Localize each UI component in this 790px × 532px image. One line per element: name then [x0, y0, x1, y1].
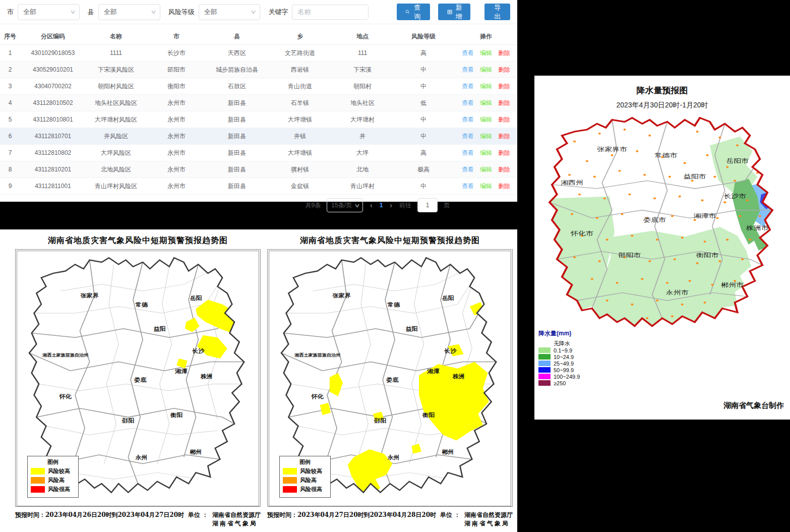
trend-map-2-title: 湖南省地质灾害气象风险中短期预警预报趋势图	[267, 235, 513, 246]
edit-link[interactable]: 编辑	[480, 83, 492, 90]
risk-zone-admin-panel: 市 全部 v 县 全部 v 风险等级 全部 v 关键字 查询 ⊞ 新增	[0, 0, 517, 202]
edit-link[interactable]: 编辑	[480, 116, 492, 123]
chevron-down-icon: v	[252, 9, 256, 15]
delete-link[interactable]: 删除	[498, 133, 510, 140]
svg-text:益阳: 益阳	[406, 326, 418, 332]
edit-link[interactable]: 编辑	[480, 99, 492, 106]
current-page[interactable]: 1	[380, 202, 383, 209]
view-link[interactable]: 查看	[462, 66, 474, 73]
delete-link[interactable]: 删除	[498, 66, 510, 73]
svg-text:衡阳: 衡阳	[422, 412, 435, 418]
city-filter-value: 全部	[23, 8, 36, 17]
goto-unit: 页	[444, 201, 450, 210]
table-row[interactable]: 343040700202朝阳村风险区衡阳市石鼓区青山街道朝阳村中查看编辑删除	[0, 78, 517, 95]
view-link[interactable]: 查看	[462, 166, 474, 173]
delete-link[interactable]: 删除	[498, 183, 510, 190]
rain-forecast-panel: 降水量预报图 2023年4月30日20时-1月20时 张家界市常德市岳阳市湘西州…	[534, 76, 790, 420]
legend-swatch	[283, 486, 297, 493]
svg-text:张家界市: 张家界市	[597, 146, 627, 152]
edit-link[interactable]: 编辑	[480, 66, 492, 73]
goto-label: 前往	[399, 201, 411, 210]
svg-text:岳阳: 岳阳	[190, 294, 202, 301]
svg-text:长沙市: 长沙市	[723, 193, 746, 200]
next-page-button[interactable]: ›	[389, 201, 393, 209]
table-row[interactable]: 4431128010502地头社区风险区永州市新田县石羊镇地头社区低查看编辑删除	[0, 95, 517, 111]
svg-text:湘西土家族苗族自治州: 湘西土家族苗族自治州	[42, 352, 88, 358]
legend-label: 无降水	[554, 340, 570, 347]
city-filter-select[interactable]: 全部 v	[18, 4, 80, 20]
chevron-down-icon: v	[355, 203, 359, 208]
goto-page-input[interactable]	[417, 198, 438, 212]
table-row[interactable]: 943112811001青山坪村风险区永州市新田县金盆镇青山坪村中查看编辑删除	[0, 178, 517, 195]
view-link[interactable]: 查看	[462, 49, 474, 56]
legend-swatch	[538, 367, 551, 373]
table-row[interactable]: 2430529010201下宋溪风险区邵阳市城步苗族自治县西岩镇下宋溪中查看编辑…	[0, 62, 517, 78]
table-body: 143010290180531111长沙市天西区文艺路街道111高查看编辑删除2…	[0, 45, 517, 195]
delete-link[interactable]: 删除	[498, 166, 510, 173]
legend-swatch	[31, 468, 45, 475]
query-button[interactable]: 查询	[397, 4, 430, 20]
svg-text:邵阳: 邵阳	[374, 418, 386, 424]
column-header: 分区编码	[20, 28, 86, 45]
county-filter-select[interactable]: 全部 v	[98, 4, 160, 20]
table-row[interactable]: 843112810201北地风险区永州市新田县骥村镇北地极高查看编辑删除	[0, 161, 517, 178]
legend-label: 50~99.9	[554, 367, 574, 373]
svg-text:湘潭: 湘潭	[427, 368, 440, 374]
view-link[interactable]: 查看	[462, 83, 474, 90]
prev-page-button[interactable]: ‹	[369, 201, 374, 209]
column-header: 乡	[267, 28, 333, 45]
trend-legend: 图例风险较高风险高风险很高	[279, 456, 331, 498]
svg-text:娄底: 娄底	[134, 377, 147, 383]
column-header: 风险等级	[392, 28, 455, 45]
delete-link[interactable]: 删除	[498, 99, 510, 106]
view-link[interactable]: 查看	[462, 116, 474, 123]
unit-line2-1: 湖南省气象局	[212, 520, 258, 527]
delete-link[interactable]: 删除	[498, 116, 510, 123]
table-row[interactable]: 743112810802大坪风险区永州市新田县大坪塘镇大坪高查看编辑删除	[0, 145, 517, 161]
view-link[interactable]: 查看	[462, 99, 474, 106]
edit-link[interactable]: 编辑	[480, 133, 492, 140]
table-row[interactable]: 643112810701井风险区永州市新田县井镇井中查看编辑删除	[0, 128, 517, 145]
rain-map-subtitle: 2023年4月30日20时-1月20时	[534, 101, 790, 110]
svg-text:株洲市: 株洲市	[746, 224, 769, 231]
svg-text:湘潭: 湘潭	[175, 368, 188, 374]
legend-swatch	[283, 468, 297, 475]
legend-label: 25~49.9	[554, 361, 574, 367]
legend-swatch	[538, 374, 551, 379]
city-filter-label: 市	[7, 8, 14, 17]
svg-text:怀化市: 怀化市	[570, 230, 593, 237]
legend-label: 风险很高	[48, 486, 70, 493]
edit-link[interactable]: 编辑	[480, 183, 492, 190]
legend-swatch	[538, 361, 551, 366]
svg-text:湘西州: 湘西州	[561, 180, 583, 186]
legend-swatch	[538, 380, 551, 386]
svg-text:张家界: 张家界	[333, 292, 351, 299]
legend-swatch	[31, 477, 45, 484]
column-header: 名称	[86, 28, 146, 45]
export-button[interactable]: 导出	[484, 4, 510, 20]
delete-link[interactable]: 删除	[498, 49, 510, 56]
table-row[interactable]: 5431128010801大坪塘村风险区永州市新田县大坪塘镇大坪塘村中查看编辑删…	[0, 111, 517, 128]
view-link[interactable]: 查看	[462, 133, 474, 140]
legend-label: 10~24.9	[554, 354, 574, 360]
delete-link[interactable]: 删除	[498, 83, 510, 90]
keyword-input[interactable]	[292, 5, 369, 20]
view-link[interactable]: 查看	[462, 183, 474, 190]
rain-legend: 降水量(mm) 无降水0.1~9.910~24.925~49.950~99.91…	[538, 329, 580, 386]
add-button[interactable]: ⊞ 新增	[438, 4, 470, 20]
table-row[interactable]: 143010290180531111长沙市天西区文艺路街道111高查看编辑删除	[0, 45, 517, 62]
rain-legend-title: 降水量(mm)	[538, 329, 580, 338]
delete-link[interactable]: 删除	[498, 149, 510, 156]
edit-link[interactable]: 编辑	[480, 49, 492, 56]
rain-map-credit: 湖南省气象台制作	[723, 401, 784, 410]
risk-filter-select[interactable]: 全部 v	[199, 4, 261, 20]
svg-text:娄底: 娄底	[386, 377, 399, 383]
page-size-select[interactable]: 15条/页 v	[327, 198, 363, 212]
view-link[interactable]: 查看	[462, 149, 474, 156]
edit-link[interactable]: 编辑	[480, 166, 492, 173]
edit-link[interactable]: 编辑	[480, 149, 492, 156]
column-header: 序号	[0, 28, 20, 45]
svg-text:岳阳市: 岳阳市	[726, 158, 749, 164]
svg-text:常德市: 常德市	[655, 152, 678, 158]
legend-label: 风险高	[300, 477, 317, 484]
